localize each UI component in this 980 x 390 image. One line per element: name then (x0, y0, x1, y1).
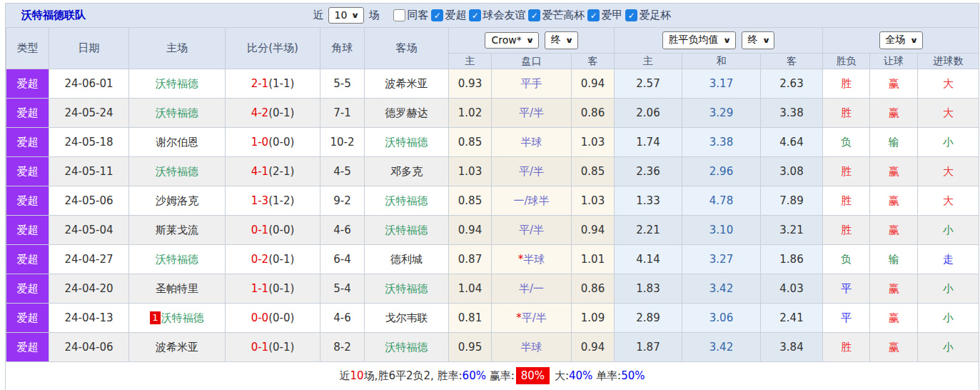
footer-segment: 40% (569, 369, 592, 382)
avg-draw-cell: 3.17 (682, 69, 761, 99)
league-filter-item[interactable]: ✓ 球会友谊 (469, 9, 525, 22)
avg-away-cell: 3.84 (761, 333, 823, 362)
odds-home-cell: 1.02 (449, 99, 492, 128)
handicap-cell: 半/一 (492, 274, 572, 304)
handicap-name: 平手 (521, 77, 542, 90)
result-cell: 平 (823, 274, 870, 304)
handicap-cell: 一/球半 (492, 186, 572, 216)
home-team-name: 沃特福德 (156, 165, 198, 178)
corner-cell: 5-5 (320, 69, 365, 99)
date-cell: 24-04-27 (49, 245, 129, 274)
handicap-name: 平/半 (522, 311, 547, 324)
result-group-header: 全场 ∨ (823, 28, 979, 54)
handicap-result-cell: 赢 (870, 333, 918, 362)
score-cell: 4-2(0-1) (226, 99, 320, 128)
away-team-cell: 波希米亚 (365, 69, 449, 99)
date-cell: 24-04-13 (49, 304, 129, 333)
home-team-cell: 沃特福德 (129, 99, 226, 128)
score-halftime: (1-1) (268, 77, 294, 90)
goals-result-cell: 大 (918, 186, 979, 216)
checkbox[interactable] (393, 9, 405, 21)
handicap-name: 半球 (521, 341, 542, 354)
table-row: 爱超 24-06-01 沃特福德 2-1(1-1) 5-5 波希米亚 0.93 … (6, 69, 979, 99)
league-filter-item[interactable]: 同客 (393, 9, 428, 22)
goals-result-cell: 小 (918, 274, 979, 304)
away-team-cell: 沃特福德 (365, 128, 449, 157)
col-header-score: 比分(半场) (226, 28, 320, 69)
avg-draw-cell: 3.27 (682, 245, 761, 274)
odds-away-cell: 1.03 (572, 128, 615, 157)
sub-header-avg-away: 客 (761, 54, 823, 69)
handicap-star: * (516, 311, 522, 324)
handicap-result-cell: 赢 (870, 274, 918, 304)
result-cell: 平 (823, 304, 870, 333)
goals-result-cell: 小 (918, 128, 979, 157)
home-team-name: 沃特福德 (156, 106, 198, 119)
sub-header-avg-home: 主 (615, 54, 682, 69)
col-header-home: 主场 (129, 28, 226, 69)
score-fulltime: 1-3 (251, 194, 269, 207)
handicap-cell: 平/半 (492, 99, 572, 128)
table-row: 爱超 24-05-11 沃特福德 4-1(2-1) 4-5 邓多克 1.03 平… (6, 157, 979, 186)
avg-time-select[interactable]: 终 ∨ (742, 31, 775, 49)
avg-home-cell: 2.36 (615, 157, 682, 186)
away-team-name: 沃特福德 (385, 341, 428, 354)
score-fulltime: 0-0 (251, 311, 269, 324)
handicap-name: 一/球半 (513, 194, 549, 207)
avg-type-select[interactable]: 胜平负均值 ∨ (662, 31, 736, 49)
score-halftime: (0-0) (268, 311, 294, 324)
league-filter-item[interactable]: ✓ 爱超 (431, 9, 466, 22)
checkbox[interactable]: ✓ (625, 9, 637, 21)
checkbox[interactable]: ✓ (587, 9, 600, 21)
goals-result-cell: 小 (918, 216, 979, 245)
odds-home-cell: 0.95 (449, 333, 492, 362)
avg-draw-cell: 4.78 (682, 186, 761, 216)
corner-cell: 5-4 (320, 274, 365, 304)
result-cell: 胜 (823, 216, 870, 245)
checkbox[interactable]: ✓ (469, 9, 481, 21)
home-team-cell: 斯莱戈流 (129, 216, 226, 245)
period-select[interactable]: 全场 ∨ (879, 31, 923, 49)
league-badge: 爱超 (6, 274, 49, 304)
table-row: 爱超 24-04-13 1沃特福德 0-0(0-0) 4-6 戈尔韦联 0.81… (6, 304, 979, 333)
score-cell: 0-1(0-1) (226, 333, 320, 362)
away-team-name: 德利城 (390, 253, 423, 266)
league-filter-item[interactable]: ✓ 爱芒高杯 (528, 9, 585, 22)
odds-home-cell: 0.93 (449, 69, 492, 99)
goals-result-cell: 小 (918, 333, 979, 362)
away-team-name: 德罗赫达 (385, 106, 428, 119)
odds-away-cell: 1.03 (572, 186, 615, 216)
score-cell: 0-1(0-0) (226, 216, 320, 245)
odds-away-cell: 0.94 (572, 333, 615, 362)
col-header-type: 类型 (6, 28, 49, 69)
odds-company-select[interactable]: Crow* ∨ (485, 32, 538, 49)
odds-time-select[interactable]: 终 ∨ (545, 31, 578, 49)
away-team-cell: 戈尔韦联 (365, 304, 449, 333)
avg-draw-cell: 3.06 (682, 304, 761, 333)
league-badge: 爱超 (6, 69, 49, 99)
avg-away-cell: 1.86 (761, 245, 823, 274)
footer-segment: 场,胜6平2负2, 胜率: (364, 369, 463, 382)
home-team-name: 波希米亚 (156, 341, 198, 354)
date-cell: 24-05-06 (49, 186, 129, 216)
checkbox[interactable]: ✓ (431, 9, 443, 21)
sub-header-goals: 进球数 (918, 54, 979, 69)
away-team-name: 沃特福德 (385, 224, 428, 236)
result-cell: 胜 (823, 157, 870, 186)
avg-home-cell: 2.57 (615, 69, 682, 99)
handicap-cell: *平/半 (492, 304, 572, 333)
avg-away-cell: 2.41 (761, 304, 823, 333)
avg-home-cell: 1.87 (615, 333, 682, 362)
avg-home-cell: 1.83 (615, 274, 682, 304)
match-count-select[interactable]: 10 ∨ (328, 7, 365, 24)
league-filter-item[interactable]: ✓ 爱甲 (587, 9, 622, 22)
avg-away-cell: 3.38 (761, 99, 823, 128)
sub-header-odds-home: 主 (449, 54, 492, 69)
league-filter-item[interactable]: ✓ 爱足杯 (625, 9, 671, 22)
score-cell: 1-0(0-0) (226, 128, 320, 157)
chevron-down-icon: ∨ (525, 36, 534, 45)
checkbox[interactable]: ✓ (528, 9, 540, 21)
home-team-name: 沃特福德 (156, 77, 198, 90)
filter-label: 爱超 (445, 9, 466, 22)
away-team-name: 戈尔韦联 (385, 311, 428, 324)
